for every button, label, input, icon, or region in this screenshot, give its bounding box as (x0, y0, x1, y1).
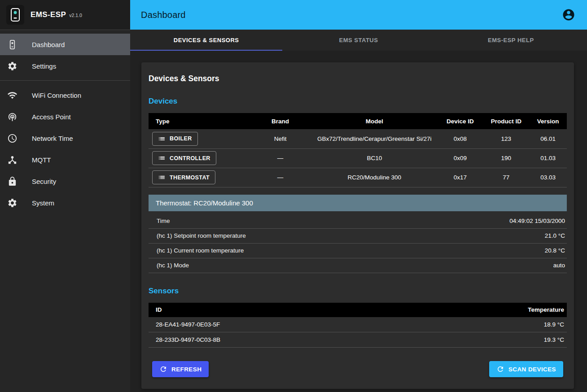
sensor-id: 28-233D-9497-0C03-8B (149, 332, 415, 348)
list-icon (158, 174, 166, 181)
device-brand: Nefit (249, 129, 312, 148)
value-text: auto (553, 262, 565, 269)
value-text: 04:49:02 15/03/2000 (509, 218, 565, 224)
app-name: EMS-ESP (31, 10, 66, 19)
table-row: CONTROLLER — BC10 0x09 190 01.03 (149, 148, 567, 168)
sidebar-section-divider (0, 80, 130, 81)
device-id: 0x09 (437, 148, 483, 168)
device-id: 0x17 (437, 168, 483, 187)
sidebar-item-label: System (32, 199, 54, 207)
sidebar-item-security[interactable]: Security (0, 170, 130, 192)
column-header-version: Version (529, 113, 567, 129)
tab-devices-sensors[interactable]: DEVICES & SENSORS (130, 30, 282, 51)
device-model: GBx72/Trendline/Cerapur/Greenstar Si/27i (311, 129, 437, 148)
device-version: 01.03 (529, 148, 567, 168)
list-icon (158, 154, 166, 162)
tab-bar: DEVICES & SENSORS EMS STATUS EMS-ESP HEL… (130, 30, 587, 51)
sidebar-item-label: Security (32, 178, 56, 185)
thermostat-values: Time 04:49:02 15/03/2000 (hc 1) Setpoint… (149, 214, 567, 273)
account-circle-icon (562, 8, 575, 22)
page-title: Dashboard (141, 10, 186, 20)
sidebar-item-label: Access Point (32, 113, 71, 121)
sidebar-header: EMS-ESP v2.1.0 (0, 0, 130, 30)
devices-sensors-card: Devices & Sensors Devices Type Brand Mod… (141, 62, 574, 389)
account-button[interactable] (561, 7, 576, 22)
table-row: BOILER Nefit GBx72/Trendline/Cerapur/Gre… (149, 129, 567, 148)
product-id: 190 (483, 148, 530, 168)
value-text: 20.8 °C (545, 247, 565, 254)
sidebar-item-label: WiFi Connection (32, 91, 81, 99)
tab-ems-status[interactable]: EMS STATUS (282, 30, 434, 51)
gear-icon (7, 61, 18, 71)
refresh-button-label: REFRESH (171, 366, 202, 373)
scan-devices-button[interactable]: SCAN DEVICES (489, 361, 563, 377)
column-header-device-id: Device ID (437, 113, 483, 129)
device-type-button-controller[interactable]: CONTROLLER (152, 151, 216, 165)
column-header-type: Type (149, 113, 249, 129)
table-row: 28-EA41-9497-0E03-5F 18.9 °C (149, 317, 567, 332)
sidebar-item-label: Dashboard (32, 41, 65, 48)
list-item: (hc 1) Setpoint room temperature 21.0 °C (149, 229, 567, 244)
sensors-heading: Sensors (149, 287, 567, 296)
sidebar-item-wifi-connection[interactable]: WiFi Connection (0, 84, 130, 106)
gear-icon (7, 198, 18, 208)
value-label: Time (157, 218, 170, 224)
sensor-id: 28-EA41-9497-0E03-5F (149, 317, 415, 332)
sensor-temperature: 19.3 °C (415, 332, 567, 348)
device-type-label: THERMOSTAT (170, 174, 210, 181)
device-id: 0x08 (437, 129, 483, 148)
sensors-table: ID Temperature 28-EA41-9497-0E03-5F 18.9… (149, 303, 567, 348)
sidebar-item-system[interactable]: System (0, 192, 130, 213)
sidebar-item-label: Settings (32, 62, 56, 70)
app-logo-icon (6, 5, 24, 25)
column-header-brand: Brand (249, 113, 312, 129)
refresh-icon (159, 365, 167, 373)
actions-row: REFRESH SCAN DEVICES (149, 361, 567, 377)
device-brand: — (249, 168, 312, 187)
devices-table-header: Type Brand Model Device ID Product ID Ve… (149, 113, 567, 129)
refresh-button[interactable]: REFRESH (152, 361, 209, 377)
sidebar-item-settings[interactable]: Settings (0, 55, 130, 77)
device-brand: — (249, 148, 312, 168)
clock-icon (7, 133, 18, 144)
access-point-icon (7, 112, 18, 122)
sidebar-item-label: MQTT (32, 156, 51, 164)
app-version: v2.1.0 (69, 13, 82, 18)
device-model: BC10 (311, 148, 437, 168)
product-id: 77 (483, 168, 530, 187)
device-icon (7, 39, 18, 50)
value-label: (hc 1) Mode (157, 262, 189, 269)
value-label: (hc 1) Setpoint room temperature (157, 232, 246, 239)
device-model: RC20/Moduline 300 (311, 168, 437, 187)
scan-devices-button-label: SCAN DEVICES (508, 366, 556, 373)
list-icon (158, 135, 166, 143)
card-title: Devices & Sensors (149, 74, 567, 83)
refresh-icon (496, 365, 504, 373)
appbar: Dashboard (130, 0, 587, 30)
main-region: Dashboard DEVICES & SENSORS EMS STATUS E… (130, 0, 587, 392)
table-row: THERMOSTAT — RC20/Moduline 300 0x17 77 0… (149, 168, 567, 187)
sidebar: EMS-ESP v2.1.0 Dashboard Settings WiFi C… (0, 0, 130, 392)
wifi-icon (7, 90, 18, 100)
sidebar-item-access-point[interactable]: Access Point (0, 106, 130, 127)
device-type-button-thermostat[interactable]: THERMOSTAT (152, 170, 215, 184)
device-version: 03.03 (529, 168, 567, 187)
value-text: 21.0 °C (545, 232, 565, 239)
column-header-temperature: Temperature (415, 303, 567, 317)
sensor-temperature: 18.9 °C (415, 317, 567, 332)
sidebar-item-label: Network Time (32, 135, 73, 142)
list-item: (hc 1) Current room temperature 20.8 °C (149, 244, 567, 258)
table-row: 28-233D-9497-0C03-8B 19.3 °C (149, 332, 567, 348)
sidebar-item-dashboard[interactable]: Dashboard (0, 34, 130, 55)
devices-heading: Devices (149, 97, 567, 106)
tab-ems-esp-help[interactable]: EMS-ESP HELP (435, 30, 587, 51)
list-item: Time 04:49:02 15/03/2000 (149, 214, 567, 229)
device-hub-icon (7, 155, 18, 165)
sidebar-item-mqtt[interactable]: MQTT (0, 149, 130, 170)
column-header-model: Model (311, 113, 437, 129)
devices-table: Type Brand Model Device ID Product ID Ve… (149, 113, 567, 187)
device-type-button-boiler[interactable]: BOILER (152, 132, 198, 146)
app-title: EMS-ESP v2.1.0 (31, 10, 82, 19)
content-area: Devices & Sensors Devices Type Brand Mod… (130, 51, 587, 392)
sidebar-item-network-time[interactable]: Network Time (0, 127, 130, 149)
